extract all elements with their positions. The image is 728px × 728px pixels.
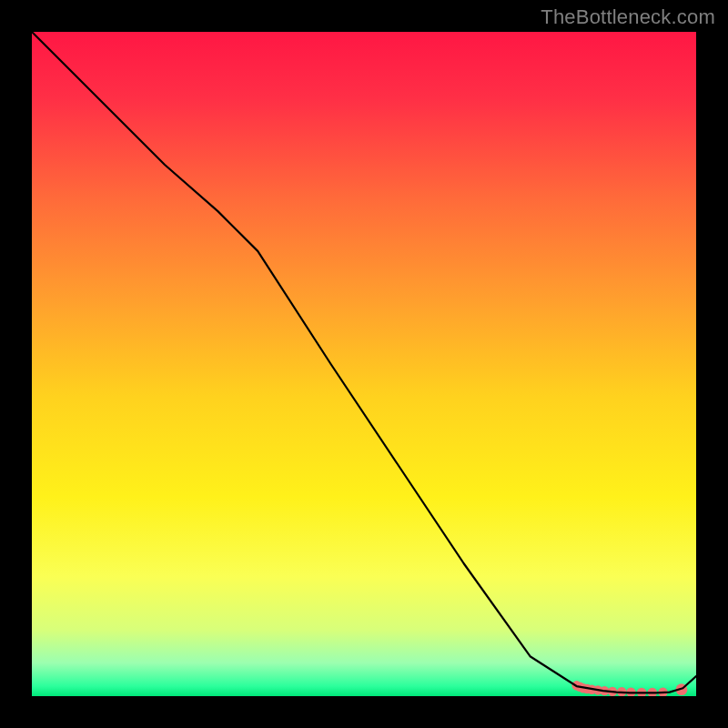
chart-svg: [32, 32, 696, 696]
chart-frame: TheBottleneck.com: [0, 0, 728, 728]
watermark-text: TheBottleneck.com: [541, 5, 715, 29]
plot-area: [32, 32, 696, 696]
